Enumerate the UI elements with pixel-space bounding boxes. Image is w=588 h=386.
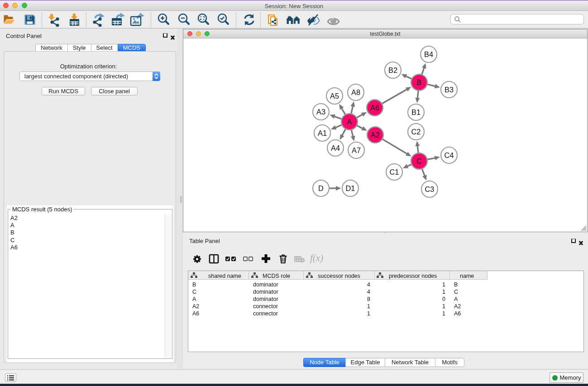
svg-text:B4: B4 [424,50,433,58]
svg-text:B1: B1 [411,108,421,116]
svg-text:C4: C4 [445,151,454,159]
svg-text:C: C [416,157,422,165]
svg-text:C3: C3 [425,185,435,193]
svg-text:A4: A4 [331,144,340,152]
svg-text:D: D [318,184,324,192]
svg-text:A3: A3 [316,108,325,116]
svg-text:A5: A5 [330,92,339,100]
svg-text:D1: D1 [346,184,355,192]
svg-text:A7: A7 [352,146,361,154]
svg-text:B: B [417,78,422,86]
svg-text:C2: C2 [411,128,421,136]
svg-text:B3: B3 [445,86,454,94]
svg-text:A1: A1 [318,129,327,137]
svg-text:B2: B2 [388,66,397,74]
svg-text:A2: A2 [371,131,380,139]
svg-text:A6: A6 [370,104,379,112]
svg-text:A: A [347,118,352,126]
svg-text:C1: C1 [390,168,399,176]
svg-text:A8: A8 [351,88,360,96]
